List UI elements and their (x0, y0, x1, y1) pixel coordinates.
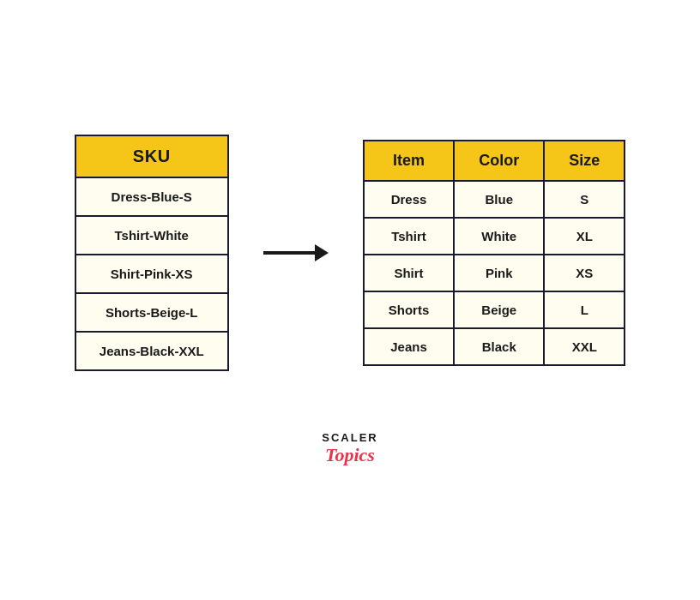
split-table-color: Blue (454, 181, 544, 218)
sku-row-cell: Shorts-Beige-L (75, 293, 228, 332)
arrow-container (255, 244, 337, 261)
main-content: SKU Dress-Blue-STshirt-WhiteShirt-Pink-X… (75, 135, 626, 371)
split-table-item: Jeans (364, 328, 455, 365)
split-table-item: Dress (364, 181, 455, 218)
split-table-item: Shirt (364, 255, 455, 291)
branding: SCALER Topics (322, 431, 377, 466)
split-table-header: Color (454, 141, 544, 181)
split-table-size: S (544, 181, 625, 218)
brand-topics-text: Topics (325, 444, 375, 466)
sku-row-cell: Dress-Blue-S (75, 177, 228, 216)
split-table-color: Beige (454, 291, 544, 328)
split-table-header: Item (364, 141, 455, 181)
sku-row-cell: Jeans-Black-XXL (75, 332, 228, 370)
split-table: ItemColorSize DressBlueSTshirtWhiteXLShi… (363, 140, 626, 366)
sku-header: SKU (75, 135, 228, 177)
arrow-head (315, 244, 329, 261)
split-table-item: Shorts (364, 291, 455, 328)
split-table-color: Black (454, 328, 544, 365)
split-table-size: L (544, 291, 625, 328)
split-table-size: XXL (544, 328, 625, 365)
sku-table: SKU Dress-Blue-STshirt-WhiteShirt-Pink-X… (75, 135, 229, 371)
brand-scaler-text: SCALER (322, 431, 377, 444)
split-table-header: Size (544, 141, 625, 181)
split-table-color: White (454, 218, 544, 255)
split-table-color: Pink (454, 255, 544, 291)
sku-row-cell: Tshirt-White (75, 216, 228, 255)
transform-arrow (263, 244, 329, 261)
split-table-item: Tshirt (364, 218, 455, 255)
sku-row-cell: Shirt-Pink-XS (75, 255, 228, 293)
split-table-size: XS (544, 255, 625, 291)
arrow-line (263, 251, 315, 255)
split-table-size: XL (544, 218, 625, 255)
